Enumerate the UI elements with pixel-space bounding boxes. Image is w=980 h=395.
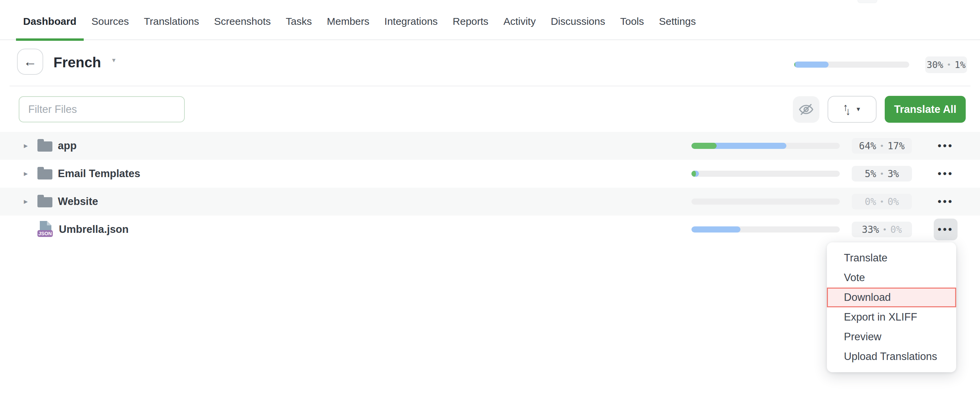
bullet-separator: • xyxy=(880,142,884,150)
row-progress-bar xyxy=(692,143,840,149)
file-context-menu: Translate Vote Download Export in XLIFF … xyxy=(827,243,956,372)
translated-percent: 30% xyxy=(927,59,943,70)
file-row-app[interactable]: ▶ app 64% • 17% ••• xyxy=(0,132,980,160)
back-button[interactable]: ← xyxy=(17,49,43,75)
svg-text:JSON: JSON xyxy=(38,231,52,236)
filter-files-input[interactable] xyxy=(19,96,185,122)
more-icon: ••• xyxy=(938,140,954,152)
tab-members[interactable]: Members xyxy=(327,0,369,40)
tab-sources[interactable]: Sources xyxy=(92,0,129,40)
menu-item-vote[interactable]: Vote xyxy=(827,268,956,287)
tab-tools[interactable]: Tools xyxy=(620,0,644,40)
row-more-button[interactable]: ••• xyxy=(934,163,958,185)
tab-activity[interactable]: Activity xyxy=(503,0,536,40)
folder-icon xyxy=(37,169,52,179)
sort-button[interactable]: ↑↓ ▼ xyxy=(827,96,877,123)
hide-completed-button[interactable] xyxy=(793,96,819,123)
file-row-email-templates[interactable]: ▶ Email Templates 5% • 3% ••• xyxy=(0,160,980,188)
expand-caret-icon[interactable]: ▶ xyxy=(24,132,28,160)
tab-reports[interactable]: Reports xyxy=(453,0,488,40)
tab-translations[interactable]: Translations xyxy=(144,0,199,40)
language-header: ← French ▼ 30% • 1% xyxy=(0,41,980,86)
page: Dashboard Sources Translations Screensho… xyxy=(0,0,980,395)
row-progress-bar xyxy=(692,198,840,205)
bullet-separator: • xyxy=(882,225,887,234)
overall-progress-badge: 30% • 1% xyxy=(925,56,967,73)
approved-percent: 1% xyxy=(955,59,966,70)
file-row-umbrella-json[interactable]: JSON Umbrella.json 33% • 0% ••• xyxy=(0,216,980,243)
top-nav: Dashboard Sources Translations Screensho… xyxy=(0,0,980,40)
file-name: app xyxy=(58,132,76,160)
page-title: French xyxy=(53,53,101,72)
row-progress-bar xyxy=(692,227,840,233)
row-progress-bar xyxy=(692,171,840,177)
row-progress-badge: 64% • 17% xyxy=(852,138,912,154)
menu-item-export-xliff[interactable]: Export in XLIFF xyxy=(827,307,956,327)
more-icon: ••• xyxy=(938,224,954,235)
json-file-icon: JSON xyxy=(37,221,53,239)
expand-caret-icon[interactable]: ▶ xyxy=(24,160,28,188)
file-name: Email Templates xyxy=(58,160,140,188)
tab-discussions[interactable]: Discussions xyxy=(550,0,605,40)
tab-integrations[interactable]: Integrations xyxy=(385,0,438,40)
cutoff-element xyxy=(858,0,877,3)
expand-caret-icon[interactable]: ▶ xyxy=(24,188,28,216)
folder-icon xyxy=(37,141,52,152)
bullet-separator: • xyxy=(880,198,884,206)
file-list: ▶ app 64% • 17% ••• ▶ Email Templates xyxy=(0,132,980,243)
files-toolbar: ↑↓ ▼ Translate All xyxy=(0,86,980,132)
more-icon: ••• xyxy=(938,168,954,179)
tab-screenshots[interactable]: Screenshots xyxy=(214,0,271,40)
file-row-website[interactable]: ▶ Website 0% • 0% ••• xyxy=(0,188,980,216)
row-more-button[interactable]: ••• xyxy=(934,191,958,213)
file-name: Umbrella.json xyxy=(59,216,129,243)
overall-progress-bar xyxy=(794,62,909,68)
eye-off-icon xyxy=(798,102,814,117)
tab-settings[interactable]: Settings xyxy=(659,0,696,40)
row-progress-badge: 33% • 0% xyxy=(852,222,912,237)
menu-item-preview[interactable]: Preview xyxy=(827,327,956,347)
menu-item-download[interactable]: Download xyxy=(827,287,956,307)
bullet-separator: • xyxy=(880,170,884,178)
bullet-separator: • xyxy=(947,60,951,69)
sort-caret-icon: ▼ xyxy=(856,106,861,113)
tab-dashboard[interactable]: Dashboard xyxy=(23,0,76,40)
more-icon: ••• xyxy=(938,196,954,207)
row-progress-badge: 0% • 0% xyxy=(852,194,912,209)
folder-icon xyxy=(37,197,52,207)
sort-icon: ↑↓ xyxy=(843,103,848,116)
back-arrow-icon: ← xyxy=(24,54,37,69)
menu-item-translate[interactable]: Translate xyxy=(827,248,956,268)
menu-item-upload-translations[interactable]: Upload Translations xyxy=(827,347,956,366)
language-dropdown-caret-icon[interactable]: ▼ xyxy=(111,57,117,64)
row-more-button-active[interactable]: ••• xyxy=(934,219,958,240)
row-progress-badge: 5% • 3% xyxy=(852,166,912,181)
tab-tasks[interactable]: Tasks xyxy=(286,0,312,40)
row-more-button[interactable]: ••• xyxy=(934,135,958,157)
translate-all-button[interactable]: Translate All xyxy=(885,96,966,123)
file-name: Website xyxy=(58,188,98,216)
